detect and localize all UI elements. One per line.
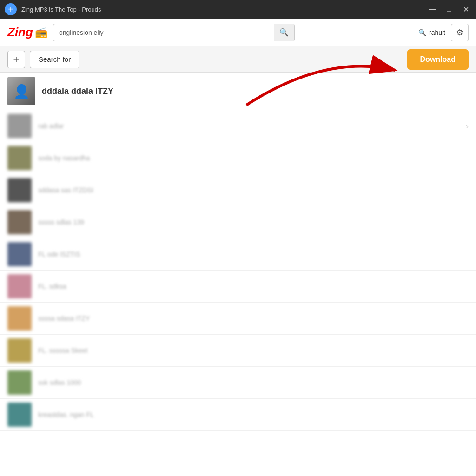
song-title: sssss sdlas 139 <box>38 218 84 226</box>
settings-icon: ⚙ <box>456 27 463 38</box>
song-title: rab adlar <box>38 122 64 130</box>
song-info: soda by nasardha <box>38 154 469 162</box>
song-info: FL ode ISZTIS <box>38 250 469 258</box>
song-info: sssss sdlas 139 <box>38 218 469 226</box>
song-list: rab adlar›soda by nasardhasddasa sas ITZ… <box>0 110 476 431</box>
song-info: kreastdas. ngan FL <box>38 410 469 419</box>
search-input[interactable] <box>53 26 274 39</box>
list-item[interactable]: sddasa sas ITZDSI <box>0 174 476 206</box>
song-info: FL. sdksa <box>38 282 469 291</box>
song-info: rab adlar <box>38 122 466 130</box>
download-button[interactable]: Download <box>407 49 469 70</box>
song-thumbnail <box>7 178 32 202</box>
minimize-button[interactable]: — <box>427 4 438 15</box>
close-button[interactable]: ✕ <box>460 4 471 15</box>
maximize-button[interactable]: □ <box>443 4 455 15</box>
window-title: Zing MP3 is The Top - Prouds <box>21 6 427 13</box>
user-search-icon: 🔍 <box>418 29 426 36</box>
song-info: ssk sdlas 1000 <box>38 378 469 387</box>
song-title: FL. sssssa Skeet <box>38 347 88 354</box>
song-title: ssssa sdasa ITZY <box>38 315 90 322</box>
new-tab-button[interactable]: + <box>5 3 17 15</box>
song-thumbnail <box>7 210 32 234</box>
title-bar: + Zing MP3 is The Top - Prouds — □ ✕ <box>0 0 476 19</box>
window-controls: — □ ✕ <box>427 4 471 15</box>
add-button[interactable]: + <box>7 51 25 68</box>
app-header: Zing 📻 🔍 🔍 rahuit ⚙ <box>0 19 476 46</box>
song-thumbnail <box>7 370 32 395</box>
song-title: ssk sdlas 1000 <box>38 379 81 386</box>
list-item[interactable]: sssss sdlas 139 <box>0 206 476 238</box>
song-title: sddasa sas ITZDSI <box>38 186 93 194</box>
song-title: FL. sdksa <box>38 283 66 290</box>
logo-text: Zing <box>7 25 33 40</box>
featured-thumbnail: 👤 <box>7 77 35 105</box>
plus-icon: + <box>8 5 13 14</box>
song-thumbnail <box>7 146 32 170</box>
toolbar: + Search for Download <box>0 46 476 73</box>
main-content: 👤 dddala ddala ITZY rab adlar›soda by na… <box>0 73 476 431</box>
song-info: sddasa sas ITZDSI <box>38 186 469 194</box>
song-thumbnail <box>7 114 32 138</box>
song-thumbnail <box>7 274 32 298</box>
list-item[interactable]: ssssa sdasa ITZY <box>0 303 476 335</box>
song-title: kreastdas. ngan FL <box>38 411 94 418</box>
list-item[interactable]: FL. sdksa <box>0 271 476 303</box>
song-title: soda by nasardha <box>38 154 90 162</box>
search-button[interactable]: 🔍 <box>274 24 294 41</box>
song-info: FL. sssssa Skeet <box>38 346 469 355</box>
list-item[interactable]: kreastdas. ngan FL <box>0 399 476 431</box>
list-item[interactable]: ssk sdlas 1000 <box>0 367 476 399</box>
song-thumbnail <box>7 242 32 266</box>
song-thumbnail <box>7 338 32 363</box>
featured-title: dddala ddala ITZY <box>42 86 113 96</box>
song-info: ssssa sdasa ITZY <box>38 314 469 323</box>
featured-song[interactable]: 👤 dddala ddala ITZY <box>0 73 476 110</box>
song-thumbnail <box>7 403 32 427</box>
search-bar: 🔍 <box>53 24 295 41</box>
logo-wave-icon: 📻 <box>35 26 47 39</box>
user-area[interactable]: 🔍 rahuit <box>418 29 445 36</box>
search-icon: 🔍 <box>279 28 289 37</box>
song-thumbnail <box>7 306 32 331</box>
song-title: FL ode ISZTIS <box>38 251 80 258</box>
list-item[interactable]: FL ode ISZTIS <box>0 238 476 271</box>
logo[interactable]: Zing 📻 <box>7 25 47 40</box>
list-item[interactable]: rab adlar› <box>0 110 476 142</box>
list-item[interactable]: soda by nasardha <box>0 142 476 174</box>
list-item[interactable]: FL. sssssa Skeet <box>0 335 476 367</box>
chevron-right-icon: › <box>466 121 469 131</box>
settings-button[interactable]: ⚙ <box>451 24 469 41</box>
search-for-button[interactable]: Search for <box>30 51 79 68</box>
username-label: rahuit <box>429 29 445 36</box>
